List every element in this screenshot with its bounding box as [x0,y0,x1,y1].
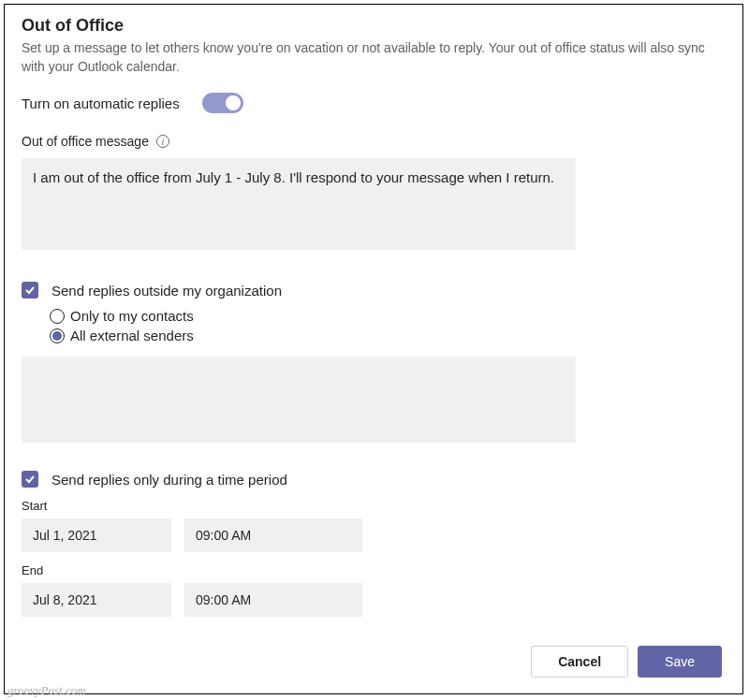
cancel-button[interactable]: Cancel [531,646,628,678]
start-label: Start [22,499,726,513]
out-of-office-message-input[interactable] [22,158,576,250]
radio-circle-icon [50,328,65,343]
page-description: Set up a message to let others know you'… [22,39,726,76]
time-period-checkbox[interactable] [22,471,38,488]
radio-all-external[interactable]: All external senders [50,328,726,343]
radio-only-contacts[interactable]: Only to my contacts [50,308,726,324]
check-icon [24,474,36,485]
radio-circle-icon [50,309,65,324]
auto-replies-label: Turn on automatic replies [22,95,180,111]
page-title: Out of Office [22,16,726,36]
radio-selected-icon [52,331,62,341]
end-time-input[interactable] [184,583,362,617]
start-date-input[interactable] [22,518,171,552]
check-icon [24,284,36,296]
watermark: groovyPost.com [7,683,86,698]
auto-replies-toggle[interactable] [202,93,243,113]
start-time-input[interactable] [184,518,362,552]
external-message-input[interactable] [22,357,576,443]
save-button[interactable]: Save [638,646,722,678]
end-date-input[interactable] [22,583,171,617]
end-label: End [22,563,726,577]
time-period-label: Send replies only during a time period [51,472,287,488]
send-outside-label: Send replies outside my organization [51,283,282,299]
info-icon[interactable]: i [156,135,169,148]
toggle-knob [226,95,241,110]
send-outside-checkbox[interactable] [22,282,38,299]
radio-only-contacts-label: Only to my contacts [70,308,194,324]
radio-all-external-label: All external senders [70,328,194,343]
message-label: Out of office message [22,134,149,149]
